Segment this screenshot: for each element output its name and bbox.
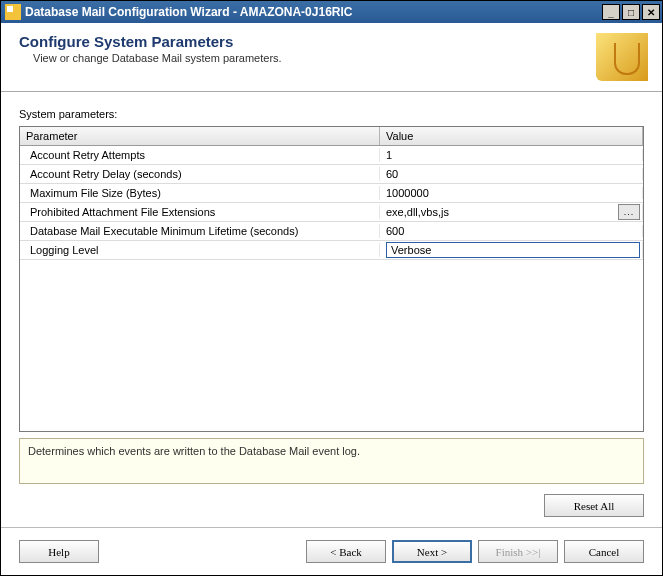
page-subtitle: View or change Database Mail system para… — [33, 52, 588, 64]
finish-button: Finish >>| — [478, 540, 558, 563]
cancel-button[interactable]: Cancel — [564, 540, 644, 563]
wizard-header: Configure System Parameters View or chan… — [1, 23, 662, 92]
table-row[interactable]: Database Mail Executable Minimum Lifetim… — [20, 222, 643, 241]
param-name: Prohibited Attachment File Extensions — [20, 205, 380, 219]
param-value[interactable]: exe,dll,vbs,js — [386, 206, 618, 218]
param-name: Database Mail Executable Minimum Lifetim… — [20, 224, 380, 238]
param-name: Maximum File Size (Bytes) — [20, 186, 380, 200]
description-panel: Determines which events are written to t… — [19, 438, 644, 484]
column-header-parameter[interactable]: Parameter — [20, 127, 380, 145]
content-area: System parameters: Parameter Value Accou… — [1, 92, 662, 527]
column-header-value[interactable]: Value — [380, 127, 643, 145]
close-button[interactable]: ✕ — [642, 4, 660, 20]
param-value[interactable]: 1 — [386, 149, 640, 161]
wizard-footer: Help < Back Next > Finish >>| Cancel — [1, 527, 662, 575]
param-value[interactable]: 600 — [386, 225, 640, 237]
grid-header: Parameter Value — [20, 127, 643, 146]
next-button[interactable]: Next > — [392, 540, 472, 563]
description-text: Determines which events are written to t… — [28, 445, 360, 457]
table-row[interactable]: Account Retry Delay (seconds) 60 — [20, 165, 643, 184]
ellipsis-button[interactable]: ... — [618, 204, 640, 220]
table-row[interactable]: Prohibited Attachment File Extensions ex… — [20, 203, 643, 222]
param-name: Account Retry Delay (seconds) — [20, 167, 380, 181]
parameters-label: System parameters: — [19, 108, 644, 120]
table-row-selected[interactable]: Logging Level Verbose — [20, 241, 643, 260]
minimize-button[interactable]: _ — [602, 4, 620, 20]
window-buttons: _ □ ✕ — [602, 4, 660, 20]
app-icon — [5, 4, 21, 20]
back-button[interactable]: < Back — [306, 540, 386, 563]
help-button[interactable]: Help — [19, 540, 99, 563]
table-row[interactable]: Account Retry Attempts 1 — [20, 146, 643, 165]
grid-empty-area — [20, 260, 643, 431]
page-title: Configure System Parameters — [19, 33, 588, 50]
mail-logo-icon — [596, 33, 648, 81]
parameters-grid: Parameter Value Account Retry Attempts 1… — [19, 126, 644, 432]
window-title: Database Mail Configuration Wizard - AMA… — [25, 5, 602, 19]
reset-all-button[interactable]: Reset All — [544, 494, 644, 517]
titlebar: Database Mail Configuration Wizard - AMA… — [1, 1, 662, 23]
param-name: Account Retry Attempts — [20, 148, 380, 162]
maximize-button[interactable]: □ — [622, 4, 640, 20]
param-value-dropdown[interactable]: Verbose — [386, 242, 640, 258]
table-row[interactable]: Maximum File Size (Bytes) 1000000 — [20, 184, 643, 203]
param-value: Verbose — [391, 244, 431, 256]
param-value[interactable]: 60 — [386, 168, 640, 180]
param-name: Logging Level — [20, 243, 380, 257]
param-value[interactable]: 1000000 — [386, 187, 640, 199]
